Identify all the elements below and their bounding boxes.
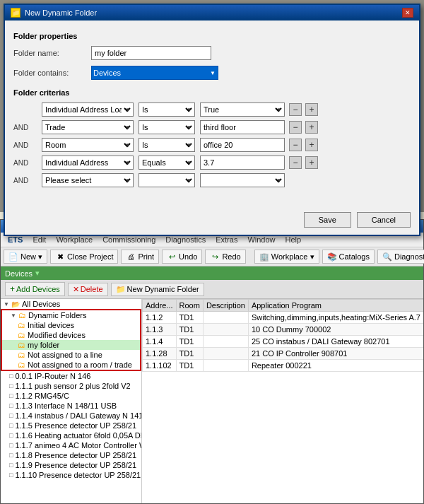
- cancel-button[interactable]: Cancel: [357, 212, 411, 228]
- undo-label: Undo: [179, 252, 197, 261]
- save-button[interactable]: Save: [304, 212, 351, 228]
- tree-device-label-111: 1.1.1 push sensor 2 plus 2fold V2: [15, 382, 130, 390]
- cell-addr-1: 1.1.3: [143, 324, 177, 336]
- criteria-plus-3[interactable]: +: [305, 156, 318, 169]
- tree-myfolder-label: my folder: [28, 341, 59, 349]
- print-button[interactable]: 🖨 Print: [121, 250, 159, 264]
- col-header-desc: Description: [203, 300, 248, 312]
- tree-device-icon-115: □: [9, 422, 13, 429]
- tree-device-114[interactable]: □ 1.1.4 instabus / DALI Gateway N 141: [1, 411, 141, 421]
- dialog-title-icon: 📁: [11, 8, 20, 18]
- tree-device-icon-1110: □: [9, 471, 13, 479]
- criteria-val-4[interactable]: [200, 173, 285, 187]
- criteria-field-2-wrapper: Room: [42, 138, 134, 152]
- criteria-op-1[interactable]: Is: [139, 120, 195, 134]
- green-bar: Devices ▾: [1, 266, 423, 280]
- criteria-val-0[interactable]: True: [200, 102, 285, 117]
- criteria-minus-1[interactable]: −: [289, 121, 302, 134]
- tree-device-icon-111: □: [9, 382, 13, 389]
- tree-initial-label: Initial devices: [28, 321, 74, 329]
- tree-device-119[interactable]: □ 1.1.9 Presence detector UP 258/21: [1, 460, 141, 470]
- tree-device-1110[interactable]: □ 1.1.10 Presence detector UP 258/21: [1, 470, 141, 480]
- criteria-val-3[interactable]: [200, 156, 285, 170]
- catalogs-button[interactable]: 📚 Catalogs: [322, 250, 375, 264]
- criteria-op-0[interactable]: Is: [139, 102, 195, 117]
- tree-root[interactable]: ▼ 📂 All Devices: [1, 299, 141, 309]
- table-row-1[interactable]: 1.1.3 TD1 10 CO Dummy 700002: [143, 324, 424, 336]
- tree-my-folder[interactable]: 🗂 my folder: [2, 340, 140, 350]
- table-row-2[interactable]: 1.1.4 TD1 25 CO instabus / DALI Gateway …: [143, 336, 424, 348]
- tree-device-icon-118: □: [9, 452, 13, 459]
- dialog-title-area: 📁 New Dynamic Folder: [11, 8, 97, 18]
- cell-addr-2: 1.1.4: [143, 336, 177, 348]
- table-row-4[interactable]: 1.1.102 TD1 Repeater 000221: [143, 360, 424, 372]
- devices-table: Addre... Room Description Application Pr…: [142, 299, 423, 372]
- criteria-field-0[interactable]: Individual Address Loaded: [42, 102, 134, 117]
- add-devices-button[interactable]: + Add Devices: [5, 282, 65, 296]
- close-project-button[interactable]: ✖ Close Project: [50, 250, 118, 264]
- tree-device-icon-112: □: [9, 392, 13, 399]
- tree-device-icon-0001: □: [9, 373, 13, 380]
- criteria-val-2[interactable]: [200, 138, 285, 152]
- tree-notroom-label: Not assigned to a room / trade: [28, 361, 132, 369]
- tree-dynamic-folders[interactable]: ▼ 🗂 Dynamic Folders: [2, 310, 140, 320]
- criteria-op-2-wrapper: Is: [139, 138, 195, 152]
- tree-modified-icon: 🗂: [18, 331, 25, 339]
- folder-name-label: Folder name:: [13, 49, 91, 57]
- criteria-field-4[interactable]: Please select: [42, 173, 134, 187]
- new-dynamic-folder-button[interactable]: 📁 New Dynamic Folder: [111, 283, 204, 296]
- tree-device-label-114: 1.1.4 instabus / DALI Gateway N 141: [15, 411, 142, 420]
- criteria-field-2[interactable]: Room: [42, 138, 134, 152]
- tree-not-assigned-room[interactable]: 🗂 Not assigned to a room / trade: [2, 360, 140, 370]
- tree-device-115[interactable]: □ 1.1.5 Presence detector UP 258/21: [1, 421, 141, 430]
- new-button[interactable]: 📄 New ▾: [4, 250, 47, 264]
- tree-modified-devices[interactable]: 🗂 Modified devices: [2, 330, 140, 340]
- criteria-minus-3[interactable]: −: [289, 156, 302, 169]
- tree-not-assigned-line[interactable]: 🗂 Not assigned to a line: [2, 350, 140, 360]
- cell-addr-3: 1.1.28: [143, 348, 177, 360]
- criteria-op-4[interactable]: [139, 173, 195, 187]
- tree-device-116[interactable]: □ 1.1.6 Heating actuator 6fold 0,05A DRA: [1, 430, 141, 440]
- tree-device-0001[interactable]: □ 0.0.1 IP-Router N 146: [1, 371, 141, 381]
- left-panel: ▼ 📂 All Devices ▼ 🗂 Dynamic Folders 🗂 In…: [1, 299, 142, 503]
- workplace-button[interactable]: 🏢 Workplace ▾: [254, 250, 319, 264]
- criteria-prefix-4: AND: [13, 177, 39, 184]
- cell-app-3: 21 CO IP Controller 908701: [248, 348, 423, 360]
- table-row-3[interactable]: 1.1.28 TD1 21 CO IP Controller 908701: [143, 348, 424, 360]
- criteria-field-1[interactable]: Trade: [42, 120, 134, 134]
- folder-name-input[interactable]: [91, 46, 211, 60]
- criteria-minus-0[interactable]: −: [289, 103, 302, 116]
- dialog-close-button[interactable]: ✕: [402, 8, 413, 18]
- criteria-op-3[interactable]: Equals: [139, 156, 195, 170]
- tree-device-113[interactable]: □ 1.1.3 Interface N 148/11 USB: [1, 401, 141, 411]
- print-icon: 🖨: [126, 252, 136, 262]
- delete-button[interactable]: ✕ Delete: [68, 283, 108, 296]
- table-row-0[interactable]: 1.1.2 TD1 Switching,dimming,inputs,heati…: [143, 312, 424, 324]
- tree-device-111[interactable]: □ 1.1.1 push sensor 2 plus 2fold V2: [1, 381, 141, 391]
- cell-room-4: TD1: [176, 360, 203, 372]
- redo-button[interactable]: ↪ Redo: [205, 250, 245, 264]
- dialog-footer: Save Cancel: [5, 198, 419, 235]
- criteria-minus-2[interactable]: −: [289, 139, 302, 151]
- criteria-plus-2[interactable]: +: [305, 139, 318, 151]
- tree-initial-devices[interactable]: 🗂 Initial devices: [2, 320, 140, 330]
- criteria-val-1[interactable]: [200, 120, 285, 134]
- criteria-op-0-wrapper: Is: [139, 102, 195, 117]
- criteria-plus-1[interactable]: +: [305, 121, 318, 134]
- tree-device-112[interactable]: □ 1.1.2 RMG45/C: [1, 391, 141, 401]
- criteria-field-3[interactable]: Individual Address: [42, 156, 134, 170]
- redo-icon: ↪: [210, 252, 220, 262]
- tree-device-117[interactable]: □ 1.1.7 animeo 4 AC Motor Controller WM …: [1, 440, 141, 450]
- devices-bar: + Add Devices ✕ Delete 📁 New Dynamic Fol…: [1, 280, 423, 299]
- tree-device-label-118: 1.1.8 Presence detector UP 258/21: [15, 451, 136, 459]
- criteria-plus-0[interactable]: +: [305, 103, 318, 116]
- tree-dynamic-icon: 🗂: [18, 311, 26, 320]
- dialog-body: Folder properties Folder name: Folder co…: [5, 20, 419, 198]
- tree-root-icon: 📂: [11, 300, 20, 308]
- folder-properties-title: Folder properties: [13, 32, 411, 40]
- folder-contains-select[interactable]: Devices: [91, 66, 218, 80]
- tree-device-118[interactable]: □ 1.1.8 Presence detector UP 258/21: [1, 450, 141, 460]
- criteria-op-2[interactable]: Is: [139, 138, 195, 152]
- diagnostics-button[interactable]: 🔍 Diagnostics ▾: [377, 250, 424, 264]
- undo-button[interactable]: ↩ Undo: [162, 250, 202, 264]
